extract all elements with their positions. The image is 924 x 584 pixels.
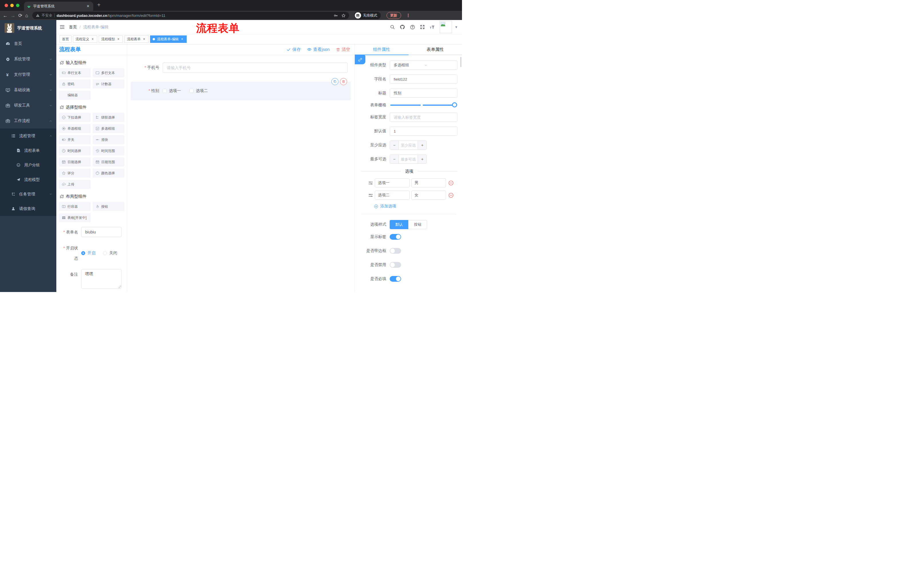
- breadcrumb-home[interactable]: 首页: [69, 25, 77, 30]
- title-input[interactable]: [390, 89, 457, 98]
- tags-view-tab-流程表单[interactable]: 流程表单×: [124, 35, 148, 43]
- form-grid-slider[interactable]: [390, 105, 455, 106]
- avatar[interactable]: [440, 21, 452, 33]
- style-default-button[interactable]: 默认: [390, 220, 409, 229]
- delete-component-button[interactable]: [340, 78, 347, 85]
- help-icon[interactable]: [410, 25, 415, 30]
- palette-item-编辑器[interactable]: 编辑器: [59, 90, 91, 100]
- option-value-input[interactable]: [411, 191, 446, 200]
- toggle-switch[interactable]: [390, 276, 401, 282]
- minimize-window-button[interactable]: [10, 4, 14, 7]
- sidebar-item-用户分组[interactable]: 用户分组: [0, 158, 56, 172]
- palette-item-开关[interactable]: 开关: [59, 135, 91, 144]
- tab-component-props[interactable]: 组件属性: [355, 44, 409, 55]
- palette-item-时间范围[interactable]: 时间范围: [92, 146, 124, 155]
- palette-item-上传[interactable]: 上传: [59, 180, 91, 189]
- sidebar-item-首页[interactable]: 首页: [0, 36, 56, 51]
- toggle-switch[interactable]: [390, 234, 401, 240]
- fullscreen-icon[interactable]: [420, 25, 425, 30]
- option-name-input[interactable]: [375, 191, 410, 200]
- palette-item-单选框组[interactable]: 单选框组: [59, 124, 91, 133]
- palette-item-多选框组[interactable]: 多选框组: [92, 124, 124, 133]
- default-value-input[interactable]: [390, 127, 457, 136]
- tab-close-icon[interactable]: ×: [142, 37, 146, 41]
- view-json-button[interactable]: 查看json: [307, 47, 330, 52]
- label-width-input[interactable]: [390, 113, 457, 122]
- link-tag-button[interactable]: [355, 55, 365, 64]
- sidebar-item-请假查询[interactable]: 请假查询: [0, 201, 56, 216]
- minus-button[interactable]: −: [390, 155, 399, 163]
- palette-item-按钮[interactable]: 按钮: [92, 202, 124, 211]
- browser-tab[interactable]: 芋道管理系统 ✕: [24, 2, 93, 11]
- radio-icon[interactable]: [81, 251, 85, 255]
- drag-handle-icon[interactable]: [368, 193, 373, 198]
- tab-close-icon[interactable]: ✕: [86, 4, 90, 8]
- slider-handle[interactable]: [452, 102, 457, 107]
- toggle-switch[interactable]: [390, 248, 401, 254]
- sidebar-item-研发工具[interactable]: 研发工具: [0, 98, 56, 113]
- tags-view-tab-流程表单-编辑[interactable]: 流程表单-编辑×: [150, 35, 187, 43]
- reload-icon[interactable]: ⟳: [18, 13, 22, 18]
- minus-button[interactable]: −: [390, 141, 399, 150]
- checkbox-icon[interactable]: [163, 89, 167, 93]
- sidebar-item-流程管理[interactable]: 流程管理: [0, 128, 56, 143]
- palette-item-级联选择[interactable]: 级联选择: [92, 113, 124, 122]
- drag-handle-icon[interactable]: [368, 181, 373, 186]
- radio-icon[interactable]: [103, 251, 107, 255]
- back-icon[interactable]: ←: [3, 13, 8, 18]
- palette-item-日期选择[interactable]: 日期选择: [59, 158, 91, 166]
- form-remark-textarea[interactable]: 嘿嘿: [81, 269, 122, 289]
- palette-item-滑块[interactable]: 滑块: [92, 135, 124, 144]
- tags-view-tab-首页[interactable]: 首页: [59, 35, 71, 43]
- tab-form-props[interactable]: 表单属性: [409, 44, 462, 55]
- tab-close-icon[interactable]: ×: [91, 37, 95, 41]
- zoom-window-button[interactable]: [16, 4, 20, 7]
- checkbox-icon[interactable]: [190, 89, 193, 93]
- password-key-icon[interactable]: [333, 13, 338, 18]
- home-icon[interactable]: ⌂: [25, 13, 28, 18]
- max-select-input[interactable]: [399, 155, 418, 163]
- phone-field-row[interactable]: 手机号: [130, 63, 351, 73]
- new-tab-button[interactable]: +: [97, 2, 101, 8]
- window-controls[interactable]: [0, 4, 24, 7]
- sidebar-item-工作流程[interactable]: 工作流程: [0, 113, 56, 128]
- plus-button[interactable]: +: [418, 155, 427, 163]
- canvas-body[interactable]: 手机号 性别 选项一 选项二: [127, 55, 355, 292]
- remove-option-icon[interactable]: [448, 180, 454, 186]
- form-name-input[interactable]: [81, 227, 122, 237]
- close-window-button[interactable]: [5, 4, 8, 7]
- sidebar-item-任务管理[interactable]: 任务管理: [0, 187, 56, 201]
- update-browser-button[interactable]: 更新: [386, 12, 401, 19]
- plus-button[interactable]: +: [418, 141, 427, 150]
- phone-input[interactable]: [163, 63, 348, 73]
- palette-item-表格[开发中][interactable]: 表格[开发中]: [59, 213, 91, 222]
- gender-checkbox-option1[interactable]: 选项一: [163, 88, 181, 94]
- min-select-input[interactable]: [399, 141, 418, 150]
- tags-view-tab-流程模型[interactable]: 流程模型×: [99, 35, 123, 43]
- sidebar-item-系统管理[interactable]: 系统管理: [0, 51, 56, 67]
- status-radio-off[interactable]: 关闭: [103, 250, 117, 256]
- palette-item-多行文本[interactable]: 多行文本: [92, 68, 124, 77]
- style-button-button[interactable]: 按钮: [408, 220, 427, 229]
- forward-icon[interactable]: →: [11, 13, 15, 18]
- gender-checkbox-option2[interactable]: 选项二: [190, 88, 208, 94]
- selected-component-gender[interactable]: 性别 选项一 选项二: [130, 82, 351, 100]
- avatar-caret-icon[interactable]: ▼: [455, 25, 458, 29]
- tab-close-icon[interactable]: ×: [180, 37, 184, 41]
- bookmark-star-icon[interactable]: [342, 13, 346, 18]
- status-radio-on[interactable]: 开启: [81, 250, 96, 256]
- option-value-input[interactable]: [411, 178, 446, 188]
- palette-item-颜色选择[interactable]: 颜色选择: [92, 169, 124, 178]
- sidebar-logo[interactable]: 芋道管理系统: [0, 20, 56, 36]
- copy-component-button[interactable]: [332, 78, 338, 85]
- palette-item-评分[interactable]: 评分: [59, 169, 91, 178]
- remove-option-icon[interactable]: [448, 192, 454, 198]
- palette-item-日期范围[interactable]: 日期范围: [92, 158, 124, 166]
- search-icon[interactable]: [390, 25, 395, 30]
- palette-item-行容器[interactable]: 行容器: [59, 202, 91, 211]
- address-bar[interactable]: 不安全 dashboard.yudao.iocoder.cn/bpm/manag…: [32, 12, 349, 19]
- sidebar-item-流程模型[interactable]: 流程模型: [0, 172, 56, 187]
- collapse-sidebar-icon[interactable]: [59, 24, 65, 30]
- component-type-select[interactable]: 多选框组: [390, 61, 457, 70]
- panel-scrollbar[interactable]: [460, 57, 462, 67]
